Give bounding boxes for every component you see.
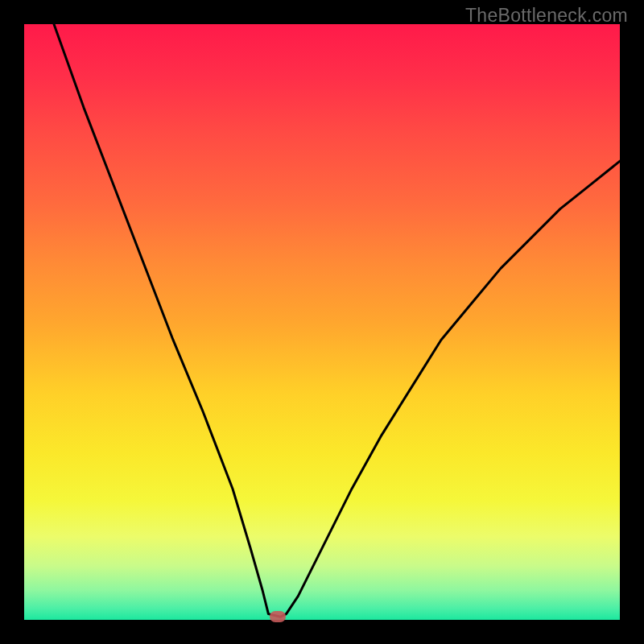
optimal-point-marker <box>270 611 286 622</box>
watermark-text: TheBottleneck.com <box>465 5 628 27</box>
chart-container: TheBottleneck.com <box>0 0 644 644</box>
bottleneck-curve <box>24 24 620 620</box>
plot-area <box>24 24 620 620</box>
